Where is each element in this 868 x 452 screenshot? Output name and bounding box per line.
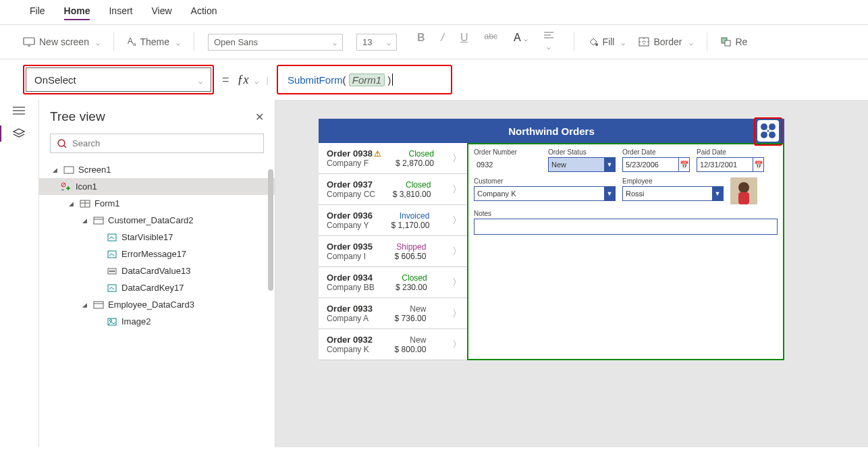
menu-bar: File Home Insert View Action	[0, 0, 868, 25]
property-dropdown[interactable]: OnSelect	[26, 67, 211, 92]
equals-sign: =	[222, 73, 229, 87]
search-input[interactable]	[72, 138, 256, 148]
tree-view-title: Tree view	[50, 109, 105, 124]
order-number-value: 0932	[474, 157, 541, 172]
formula-input[interactable]: SubmitForm( Form1 )	[279, 67, 450, 92]
tree-node-employee-card[interactable]: ◢Employee_DataCard3	[50, 296, 264, 313]
notes-input[interactable]	[474, 219, 778, 235]
tree-node-datacardkey[interactable]: DataCardKey17	[50, 279, 264, 296]
employee-dropdown[interactable]: Rossi▼	[622, 186, 724, 201]
calendar-icon[interactable]: 📅	[678, 158, 689, 171]
tree-node-screen1[interactable]: ◢Screen1	[50, 161, 264, 178]
theme-button[interactable]: Aa Theme	[128, 36, 180, 47]
close-icon[interactable]: ✕	[255, 111, 264, 123]
tree-view-panel: Tree view ✕ ◢Screen1 Icon1 ◢Form1 ◢Custo…	[39, 100, 275, 447]
toolbar: New screen Aa Theme Open Sans 13 B / U a…	[0, 25, 868, 59]
svg-point-29	[113, 271, 115, 272]
list-item[interactable]: Order 0938Company FClosed$ 2,870.00〉	[319, 143, 467, 174]
order-status-dropdown[interactable]: New▼	[548, 157, 616, 172]
align-button[interactable]	[544, 32, 553, 52]
scrollbar-thumb[interactable]	[268, 169, 273, 291]
italic-button[interactable]: /	[441, 32, 444, 52]
svg-rect-43	[738, 192, 749, 204]
menu-insert[interactable]: Insert	[109, 5, 132, 20]
list-item[interactable]: Order 0935Company IShipped$ 606.50〉	[319, 236, 467, 267]
svg-rect-10	[725, 40, 730, 46]
list-item[interactable]: Order 0934Company BBClosed$ 230.00〉	[319, 267, 467, 298]
sync-icon[interactable]	[757, 120, 779, 142]
tree-node-image2[interactable]: Image2	[50, 313, 264, 330]
svg-point-27	[109, 271, 111, 272]
order-detail-form: Order Number0932 Order StatusNew▼ Order …	[467, 143, 784, 360]
svg-rect-0	[24, 38, 34, 45]
font-dropdown[interactable]: Open Sans	[208, 34, 343, 51]
tree-node-datacardvalue[interactable]: DataCardValue13	[50, 262, 264, 279]
fill-button[interactable]: Fill	[588, 36, 626, 47]
layers-icon[interactable]	[13, 128, 26, 138]
svg-point-14	[58, 140, 65, 146]
order-list[interactable]: Order 0938Company FClosed$ 2,870.00〉Orde…	[319, 143, 467, 360]
underline-button[interactable]: U	[460, 32, 468, 52]
app-preview: Northwind Orders Order 0938Company FClos…	[319, 119, 784, 360]
list-item[interactable]: Order 0936Company YInvoiced$ 1,170.00〉	[319, 205, 467, 236]
calendar-icon[interactable]: 📅	[753, 158, 763, 171]
hamburger-icon[interactable]	[13, 107, 26, 116]
fx-button[interactable]: ƒx	[238, 73, 259, 87]
tree-node-customer-card[interactable]: ◢Customer_DataCard2	[50, 212, 264, 229]
formula-bar: OnSelect = ƒx | SubmitForm( Form1 )	[0, 59, 868, 100]
svg-rect-31	[94, 302, 103, 308]
fontcolor-button[interactable]: A	[514, 32, 528, 52]
list-item[interactable]: Order 0932Company KNew$ 800.00〉	[319, 329, 467, 360]
reorder-button[interactable]: Re	[721, 36, 748, 47]
tree: ◢Screen1 Icon1 ◢Form1 ◢Customer_DataCard…	[50, 161, 264, 330]
tree-node-icon1[interactable]: Icon1	[39, 178, 275, 195]
customer-dropdown[interactable]: Company K▼	[474, 186, 616, 201]
order-date-input[interactable]: 5/23/2006📅	[622, 157, 690, 172]
fontsize-dropdown[interactable]: 13	[356, 34, 397, 51]
app-header: Northwind Orders	[319, 119, 784, 143]
canvas: Northwind Orders Order 0938Company FClos…	[275, 100, 868, 447]
menu-view[interactable]: View	[151, 5, 171, 20]
border-button[interactable]: Border	[639, 36, 693, 47]
formula-highlight: SubmitForm( Form1 )	[277, 65, 452, 94]
svg-line-18	[62, 183, 65, 186]
svg-rect-16	[64, 167, 74, 173]
strike-button[interactable]: abc	[485, 32, 497, 52]
menu-action[interactable]: Action	[191, 5, 217, 20]
tree-search[interactable]	[50, 134, 264, 153]
svg-point-5	[595, 43, 598, 46]
menu-home[interactable]: Home	[64, 5, 90, 20]
svg-rect-22	[94, 217, 103, 224]
bold-button[interactable]: B	[417, 32, 425, 52]
tree-node-starvisible[interactable]: StarVisible17	[50, 229, 264, 246]
list-item[interactable]: Order 0933Company ANew$ 736.00〉	[319, 298, 467, 329]
left-rail	[0, 100, 39, 447]
paid-date-input[interactable]: 12/31/2001📅	[697, 157, 764, 172]
svg-line-15	[64, 146, 66, 148]
property-highlight: OnSelect	[23, 65, 214, 94]
tree-node-errormessage[interactable]: ErrorMessage17	[50, 246, 264, 262]
list-item[interactable]: Order 0937Company CCClosed$ 3,810.00〉	[319, 174, 467, 205]
svg-point-28	[111, 271, 113, 272]
tree-node-form1[interactable]: ◢Form1	[50, 195, 264, 212]
avatar	[730, 177, 757, 204]
new-screen-button[interactable]: New screen	[23, 36, 100, 47]
menu-file[interactable]: File	[30, 5, 45, 20]
svg-point-34	[110, 319, 112, 321]
svg-point-42	[738, 182, 749, 193]
format-group: B / U abc A	[410, 32, 560, 52]
